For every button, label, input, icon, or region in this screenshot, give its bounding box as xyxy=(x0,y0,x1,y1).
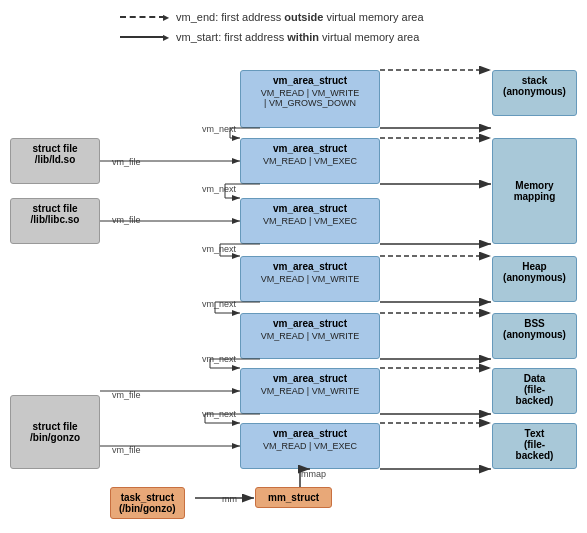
mm-label: mm xyxy=(222,494,237,504)
vma-box-5: vm_area_struct VM_READ | VM_WRITE xyxy=(240,313,380,359)
vm-next-label-5: vm_next xyxy=(202,354,236,364)
solid-line-icon xyxy=(120,36,170,38)
vma-flags-5: VM_READ | VM_WRITE xyxy=(247,331,373,341)
vma-box-2: vm_area_struct VM_READ | VM_EXEC xyxy=(240,138,380,184)
vma-title-7: vm_area_struct xyxy=(247,428,373,439)
vma-flags-6: VM_READ | VM_WRITE xyxy=(247,386,373,396)
vma-title-5: vm_area_struct xyxy=(247,318,373,329)
vma-title-1: vm_area_struct xyxy=(247,75,373,86)
vm-file-label-3: vm_file xyxy=(112,390,141,400)
vm-file-label-4: vm_file xyxy=(112,445,141,455)
right-box-text: Text(file-backed) xyxy=(492,423,577,469)
right-box-stack: stack(anonymous) xyxy=(492,70,577,116)
task-struct-text: task_struct(/bin/gonzo) xyxy=(119,492,176,514)
vma-box-7: vm_area_struct VM_READ | VM_EXEC xyxy=(240,423,380,469)
diagram: vm_end: first address outside virtual me… xyxy=(0,0,587,533)
vma-flags-4: VM_READ | VM_WRITE xyxy=(247,274,373,284)
left-box-libcso: struct file/lib/libc.so xyxy=(10,198,100,244)
vma-title-4: vm_area_struct xyxy=(247,261,373,272)
right-box-heap: Heap(anonymous) xyxy=(492,256,577,302)
dashed-line-icon xyxy=(120,16,170,18)
legend: vm_end: first address outside virtual me… xyxy=(120,8,424,48)
right-box-data-text: Data(file-backed) xyxy=(516,373,554,406)
legend-solid-text: vm_start: first address within virtual m… xyxy=(176,28,419,46)
left-box-gonzo-text: struct file/bin/gonzo xyxy=(30,421,80,443)
left-box-ldso: struct file/lib/ld.so xyxy=(10,138,100,184)
mm-struct-text: mm_struct xyxy=(268,492,319,503)
task-struct-box: task_struct(/bin/gonzo) xyxy=(110,487,185,519)
vm-file-label-1: vm_file xyxy=(112,157,141,167)
vma-box-3: vm_area_struct VM_READ | VM_EXEC xyxy=(240,198,380,244)
right-box-heap-text: Heap(anonymous) xyxy=(503,261,566,283)
vm-next-label-3: vm_next xyxy=(202,244,236,254)
right-box-text-text: Text(file-backed) xyxy=(516,428,554,461)
vm-next-label-4: vm_next xyxy=(202,299,236,309)
vma-title-3: vm_area_struct xyxy=(247,203,373,214)
vm-next-label-2: vm_next xyxy=(202,184,236,194)
right-box-bss: BSS(anonymous) xyxy=(492,313,577,359)
mm-struct-box: mm_struct xyxy=(255,487,332,508)
left-box-libcso-text: struct file/lib/libc.so xyxy=(31,203,80,225)
vma-flags-3: VM_READ | VM_EXEC xyxy=(247,216,373,226)
right-box-mmap-text: Memorymapping xyxy=(514,180,556,202)
left-box-gonzo: struct file/bin/gonzo xyxy=(10,395,100,469)
right-box-mmap: Memorymapping xyxy=(492,138,577,244)
vm-next-label-1: vm_next xyxy=(202,124,236,134)
legend-dashed-text: vm_end: first address outside virtual me… xyxy=(176,8,424,26)
right-box-data: Data(file-backed) xyxy=(492,368,577,414)
mmap-label: mmap xyxy=(301,469,326,479)
legend-solid-row: vm_start: first address within virtual m… xyxy=(120,28,424,46)
vm-file-label-2: vm_file xyxy=(112,215,141,225)
left-box-ldso-text: struct file/lib/ld.so xyxy=(32,143,77,165)
legend-dashed-row: vm_end: first address outside virtual me… xyxy=(120,8,424,26)
vma-title-2: vm_area_struct xyxy=(247,143,373,154)
right-box-bss-text: BSS(anonymous) xyxy=(503,318,566,340)
vma-title-6: vm_area_struct xyxy=(247,373,373,384)
vma-flags-2: VM_READ | VM_EXEC xyxy=(247,156,373,166)
vma-flags-7: VM_READ | VM_EXEC xyxy=(247,441,373,451)
vma-box-4: vm_area_struct VM_READ | VM_WRITE xyxy=(240,256,380,302)
vma-flags-1: VM_READ | VM_WRITE| VM_GROWS_DOWN xyxy=(247,88,373,108)
vma-box-1: vm_area_struct VM_READ | VM_WRITE| VM_GR… xyxy=(240,70,380,128)
right-box-stack-text: stack(anonymous) xyxy=(503,75,566,97)
vma-box-6: vm_area_struct VM_READ | VM_WRITE xyxy=(240,368,380,414)
vm-next-label-6: vm_next xyxy=(202,409,236,419)
